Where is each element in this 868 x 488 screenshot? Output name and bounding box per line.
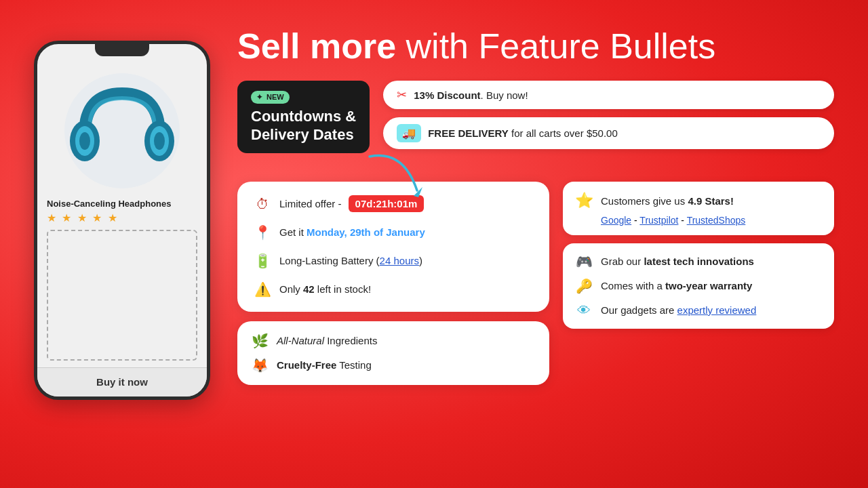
tech-card: 🎮 Grab our latest tech innovations 🔑 Com…	[563, 243, 834, 329]
discount-rest: . Buy now!	[481, 89, 528, 101]
hero-title-rest: with Feature Bullets	[396, 26, 715, 66]
svg-point-3	[79, 132, 90, 150]
bullet-battery: 🔋 Long-Lasting Battery (24 hours)	[254, 252, 533, 270]
truck-icon: 🚚	[397, 124, 421, 142]
bullet-natural: 🌿 All-Natural Ingredients	[251, 332, 536, 350]
delivery-text: FREE DELIVERY for all carts over $50.00	[428, 127, 618, 139]
pin-icon: 📍	[254, 224, 271, 241]
delivery-rest: for all carts over $50.00	[509, 127, 618, 139]
review-links: Google - Trustpilot - TrustedShops	[575, 215, 822, 226]
svg-marker-7	[414, 187, 422, 197]
callout-bubble: ✦ NEW Countdowns & Delivery Dates	[237, 81, 370, 153]
warranty-icon: 🔑	[575, 277, 593, 295]
trustpilot-link[interactable]: Trustpilot	[639, 215, 678, 226]
bullet-reviewed: 👁 Our gadgets are expertly reviewed	[575, 302, 822, 319]
buy-button[interactable]: Buy it now	[96, 376, 148, 388]
hero-title: Sell more with Feature Bullets	[237, 27, 834, 66]
free-delivery-pill: 🚚 FREE DELIVERY for all carts over $50.0…	[383, 117, 834, 149]
battery-icon: 🔋	[254, 252, 271, 270]
phone-screen: Noise-Canceling Headphones ★ ★ ★ ★ ★	[37, 56, 207, 367]
gamepad-icon: 🎮	[575, 253, 593, 270]
add-to-cart-area	[47, 230, 197, 361]
google-link[interactable]: Google	[601, 215, 631, 226]
bubble-text: Countdowns & Delivery Dates	[251, 108, 356, 144]
eye-icon: 👁	[575, 302, 593, 319]
bullet-tech: 🎮 Grab our latest tech innovations	[575, 253, 822, 270]
bullet-warranty: 🔑 Comes with a two-year warranty	[575, 277, 822, 295]
discount-pill: ✂ 13% Discount. Buy now!	[383, 81, 834, 109]
bullet-delivery-date: 📍 Get it Monday, 29th of January	[254, 224, 533, 241]
expertly-reviewed-link[interactable]: expertly reviewed	[677, 304, 757, 316]
hero-title-strong: Sell more	[237, 26, 396, 66]
bullet-cruelty-free: 🦊 Cruelty-Free Testing	[251, 357, 536, 374]
right-col: ⭐ Customers give us 4.9 Stars! Google - …	[563, 182, 834, 329]
stock-number: 42	[303, 283, 315, 295]
pill-cards: ✂ 13% Discount. Buy now! 🚚 FREE DELIVERY…	[383, 81, 834, 149]
right-panel: Sell more with Feature Bullets ✦ NEW Cou…	[237, 27, 834, 385]
phone-frame: Noise-Canceling Headphones ★ ★ ★ ★ ★ Buy…	[34, 41, 210, 400]
cruelty-free-icon: 🦊	[251, 357, 269, 374]
product-stars: ★ ★ ★ ★ ★	[47, 211, 197, 224]
svg-point-6	[154, 132, 165, 150]
delivery-date-text: Monday, 29th of January	[307, 226, 425, 238]
battery-hours-link[interactable]: 24 hours	[380, 255, 419, 266]
product-image	[61, 70, 183, 192]
phone-footer: Buy it now	[37, 367, 207, 396]
bullet-stock: ⚠️ Only 42 left in stock!	[254, 281, 533, 298]
stars-card: ⭐ Customers give us 4.9 Stars! Google - …	[563, 182, 834, 235]
new-badge: ✦ NEW	[251, 91, 290, 104]
phone-notch	[95, 44, 149, 56]
bullet-stars: ⭐ Customers give us 4.9 Stars!	[575, 191, 822, 211]
phone-mockup: Noise-Canceling Headphones ★ ★ ★ ★ ★ Buy…	[34, 41, 210, 400]
timer-icon: ⏱	[254, 195, 271, 213]
curved-arrow	[363, 150, 431, 204]
sparkle-icon: ✦	[256, 93, 262, 101]
scissors-icon: ✂	[397, 87, 407, 102]
content-area: ⏱ Limited offer - 07d:21h:01m 📍 Get it M…	[237, 182, 834, 385]
star-icon: ⭐	[575, 191, 593, 211]
discount-text: 13% Discount. Buy now!	[414, 89, 528, 101]
callout-area: ✦ NEW Countdowns & Delivery Dates	[237, 81, 370, 167]
nature-card: 🌿 All-Natural Ingredients 🦊 Cruelty-Free…	[237, 321, 549, 385]
leaf-icon: 🌿	[251, 332, 269, 350]
product-name: Noise-Canceling Headphones	[47, 199, 197, 209]
warning-icon: ⚠️	[254, 281, 271, 298]
trustedshops-link[interactable]: TrustedShops	[687, 215, 746, 226]
left-col: ⏱ Limited offer - 07d:21h:01m 📍 Get it M…	[237, 182, 549, 385]
